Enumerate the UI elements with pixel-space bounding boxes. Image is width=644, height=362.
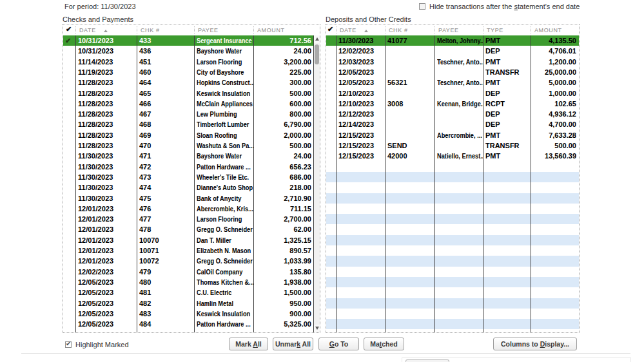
table-row[interactable]: 10/31/2023436Bayshore Water24.00 bbox=[63, 46, 313, 56]
table-row[interactable]: 11/14/2023451Larson Flooring3,200.00 bbox=[63, 57, 313, 67]
table-row[interactable]: 11/28/2023465Keswick Insulation500.00 bbox=[63, 88, 313, 99]
check-cell bbox=[65, 214, 75, 224]
amount-cell: 1,033.99 bbox=[255, 256, 311, 266]
chk-cell: 483 bbox=[139, 309, 193, 319]
date-cell: 11/30/2023 bbox=[78, 182, 136, 193]
table-row[interactable]: 12/15/2023Abercrombie, ...PMT7,633.28 bbox=[326, 130, 579, 140]
table-row[interactable]: 12/01/2023477Larson Flooring2,700.00 bbox=[63, 214, 313, 224]
empty-row[interactable] bbox=[326, 319, 579, 329]
table-row[interactable]: ✔10/31/2023433Sergeant Insurance712.56 bbox=[63, 35, 313, 46]
table-row[interactable]: 11/28/2023470Washuta & Son Pa...500.00 bbox=[63, 140, 313, 151]
table-row[interactable]: 11/30/202341077Melton, Johnny...PMT4,135… bbox=[326, 35, 579, 46]
table-row[interactable]: 12/15/202342000Natiello, Ernest...PMT13,… bbox=[326, 151, 579, 161]
table-row[interactable]: 11/28/2023468Timberloft Lumber6,790.00 bbox=[63, 119, 313, 129]
table-row[interactable]: 12/14/2023DEP4,700.00 bbox=[326, 119, 579, 129]
empty-row[interactable] bbox=[326, 245, 579, 256]
table-row[interactable]: 12/12/2023DEP4,936.12 bbox=[326, 109, 579, 119]
table-row[interactable]: 12/05/2023484Patton Hardware ...5,325.00 bbox=[63, 319, 313, 329]
empty-row[interactable] bbox=[326, 256, 579, 266]
scroll-down-button[interactable] bbox=[314, 325, 320, 332]
type-cell: DEP bbox=[485, 109, 530, 119]
table-row[interactable]: 11/30/2023471Bayshore Water24.00 bbox=[63, 151, 313, 161]
scroll-up-button[interactable] bbox=[314, 35, 320, 43]
table-row[interactable]: 12/01/202310070Dan T. Miller1,325.15 bbox=[63, 235, 313, 245]
table-row[interactable]: 12/01/202310072Gregg O. Schneider1,033.9… bbox=[63, 256, 313, 266]
table-row[interactable]: 12/01/202310071Elizabeth N. Mason890.57 bbox=[63, 245, 313, 256]
highlight-marked-checkbox[interactable]: ✔ bbox=[65, 341, 72, 348]
checks-header-amount[interactable]: AMOUNT bbox=[257, 27, 285, 33]
checks-header-payee[interactable]: PAYEE bbox=[198, 27, 219, 33]
table-row[interactable]: 11/30/2023474Dianne's Auto Shop218.00 bbox=[63, 182, 313, 193]
unmark-all-button[interactable]: Unmark All bbox=[273, 338, 313, 350]
payee-cell: Dan T. Miller bbox=[197, 235, 253, 245]
mark-all-button[interactable]: Mark All bbox=[229, 338, 268, 350]
deposits-header-date[interactable]: DATE bbox=[340, 27, 356, 33]
chk-cell: 464 bbox=[139, 77, 193, 88]
hide-transactions-checkbox[interactable] bbox=[419, 3, 425, 10]
table-row[interactable]: 11/30/2023473Wheeler's Tile Etc.686.00 bbox=[63, 172, 313, 182]
empty-row[interactable] bbox=[326, 162, 579, 172]
empty-row[interactable] bbox=[326, 235, 579, 245]
deposits-header-amount[interactable]: AMOUNT bbox=[534, 27, 562, 33]
deposits-table-header: ✔ DATE CHK # PAYEE TYPE AMOUNT bbox=[326, 24, 579, 35]
date-cell: 12/01/2023 bbox=[78, 214, 136, 224]
empty-row[interactable] bbox=[326, 182, 579, 193]
table-row[interactable]: 12/15/2023SENDTRANSFR500.00 bbox=[326, 140, 579, 151]
checks-section-title: Checks and Payments bbox=[63, 15, 133, 23]
deposits-header-payee[interactable]: PAYEE bbox=[438, 27, 459, 33]
empty-row[interactable] bbox=[326, 224, 579, 234]
table-row[interactable]: 12/01/2023476Abercrombie, Kris...711.15 bbox=[63, 204, 313, 214]
check-cell bbox=[65, 235, 75, 245]
deposits-header-check[interactable]: ✔ bbox=[327, 25, 333, 33]
payee-cell bbox=[437, 119, 483, 129]
table-row[interactable]: 11/30/2023472Patton Hardware ...656.23 bbox=[63, 162, 313, 172]
matched-button[interactable]: Matched bbox=[364, 338, 404, 350]
check-cell bbox=[65, 287, 75, 298]
table-row[interactable]: 12/05/2023481C.U. Electric1,500.00 bbox=[63, 287, 313, 298]
table-row[interactable]: 12/02/2023DEP4,706.01 bbox=[326, 46, 579, 56]
empty-row[interactable] bbox=[326, 204, 579, 214]
checks-header-date[interactable]: DATE bbox=[79, 27, 96, 33]
table-row[interactable]: 12/10/2023DEP1,000.00 bbox=[326, 88, 579, 99]
empty-row[interactable] bbox=[326, 193, 579, 204]
table-row[interactable]: 11/19/2023460City of Bayshore225.00 bbox=[63, 67, 313, 77]
table-row[interactable]: 12/05/2023483Keswick Insulation900.00 bbox=[63, 309, 313, 319]
table-row[interactable]: 12/05/2023480Thomas Kitchen &...1,938.00 bbox=[63, 277, 313, 287]
columns-to-display-button[interactable]: Columns to Display... bbox=[493, 338, 577, 350]
payee-cell: Hopkins Construct... bbox=[197, 77, 253, 88]
empty-row[interactable] bbox=[326, 298, 579, 309]
table-row[interactable]: 11/30/2023475Bank of Anycity2,710.90 bbox=[63, 193, 313, 204]
deposits-header-chk[interactable]: CHK # bbox=[389, 27, 408, 33]
empty-row[interactable] bbox=[326, 277, 579, 287]
table-row[interactable]: 12/05/2023482Hamlin Metal950.00 bbox=[63, 298, 313, 309]
go-to-button[interactable]: Go To bbox=[318, 338, 359, 350]
empty-row[interactable] bbox=[326, 267, 579, 277]
empty-row[interactable] bbox=[326, 214, 579, 224]
table-row[interactable]: 11/28/2023466McClain Appliances600.00 bbox=[63, 99, 313, 109]
table-row[interactable]: 12/03/2023Teschner, Anto...PMT1,200.00 bbox=[326, 57, 579, 67]
table-row[interactable]: 12/01/2023478Gregg O. Schneider62.00 bbox=[63, 224, 313, 234]
table-row[interactable]: 12/05/2023TRANSFR25,000.00 bbox=[326, 67, 579, 77]
checks-scrollbar[interactable] bbox=[314, 35, 320, 332]
check-cell bbox=[65, 172, 75, 182]
table-row[interactable]: 12/05/202356321Teschner, Anto...PMT5,000… bbox=[326, 77, 579, 88]
payee-cell bbox=[437, 109, 483, 119]
empty-row[interactable] bbox=[326, 287, 579, 298]
table-row[interactable]: 12/02/2023479CalOil Company135.80 bbox=[63, 267, 313, 277]
period-value: 11/30/2023 bbox=[101, 3, 135, 10]
deposits-header-type[interactable]: TYPE bbox=[487, 27, 503, 33]
checks-header-check[interactable]: ✔ bbox=[66, 25, 72, 33]
table-row[interactable]: 12/10/20233008Keenan, Bridge...RCPT102.6… bbox=[326, 99, 579, 109]
table-row[interactable]: 11/28/2023464Hopkins Construct...300.00 bbox=[63, 77, 313, 88]
table-row[interactable]: 11/28/2023467Lew Plumbing800.00 bbox=[63, 109, 313, 119]
bottom-cutoff-button[interactable] bbox=[405, 359, 449, 362]
date-cell: 11/30/2023 bbox=[78, 172, 136, 182]
chk-cell: SEND bbox=[387, 140, 434, 151]
table-row[interactable]: 11/28/2023469Sloan Roofing2,000.00 bbox=[63, 130, 313, 140]
checks-header-chk[interactable]: CHK # bbox=[141, 27, 160, 33]
empty-row[interactable] bbox=[326, 172, 579, 182]
payee-cell: Dianne's Auto Shop bbox=[197, 182, 253, 193]
empty-row[interactable] bbox=[326, 309, 579, 319]
payee-cell: Wheeler's Tile Etc. bbox=[197, 172, 253, 182]
scrollbar-thumb[interactable] bbox=[315, 44, 319, 64]
